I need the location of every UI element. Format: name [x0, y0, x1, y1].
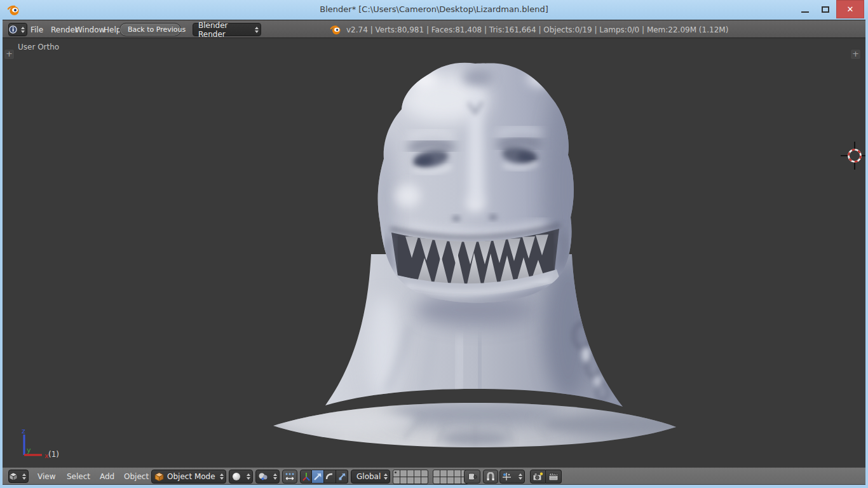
info-icon [9, 25, 17, 34]
menu-view[interactable]: View [34, 471, 58, 482]
view-name-label: User Ortho [18, 43, 59, 51]
minimize-button[interactable] [796, 0, 815, 18]
maximize-icon [822, 6, 829, 13]
layer-cell[interactable] [447, 470, 454, 477]
toolshelf-expand-button[interactable]: + [4, 49, 15, 60]
editor-type-selector[interactable] [8, 23, 27, 36]
clapperboard-icon [548, 472, 559, 482]
titlebar: Blender* [C:\Users\Cameron\Desktop\Lizar… [0, 0, 868, 20]
magnet-icon [486, 472, 495, 481]
layer-cell[interactable] [440, 470, 447, 477]
snap-toggle-button[interactable] [483, 470, 498, 484]
layer-cell[interactable] [454, 470, 461, 477]
window-title: Blender* [C:\Users\Cameron\Desktop\Lizar… [0, 4, 868, 14]
axis-mini-gizmo: z y x [11, 427, 52, 464]
render-engine-label: Blender Render [198, 21, 255, 39]
scale-manipulator-button[interactable] [336, 470, 348, 484]
close-icon: ✕ [847, 4, 854, 14]
blender-window: Blender* [C:\Users\Cameron\Desktop\Lizar… [0, 0, 868, 488]
manipulator-group [300, 470, 348, 484]
layer-cell[interactable] [400, 477, 407, 484]
layer-cell[interactable] [440, 477, 447, 484]
layer-cell[interactable] [393, 477, 400, 484]
manipulate-center-points-toggle[interactable] [282, 470, 297, 484]
maximize-button[interactable] [816, 0, 835, 18]
cube-icon [9, 472, 18, 481]
close-button[interactable]: ✕ [836, 0, 864, 18]
pivot-point-icon [258, 472, 268, 481]
layer-cell[interactable] [393, 470, 400, 477]
rotate-manipulator-button[interactable] [324, 470, 336, 484]
layer-cell[interactable] [433, 477, 440, 484]
scale-arrow-icon [337, 472, 346, 481]
editor-type-selector-3d[interactable] [8, 470, 29, 483]
dropdown-arrows-icon [247, 473, 250, 480]
blender-logo-icon [329, 24, 341, 36]
sphere-icon [232, 472, 241, 481]
3d-cursor [841, 142, 865, 170]
rotate-arc-icon [325, 472, 334, 481]
axis-y-label: y [27, 446, 31, 454]
active-layer-label: (1) [48, 450, 59, 459]
layer-cell[interactable] [447, 477, 454, 484]
translate-manipulator-button[interactable] [312, 470, 324, 484]
menu-file[interactable]: File [27, 24, 46, 36]
layer-cell[interactable] [421, 470, 428, 477]
layer-cell[interactable] [400, 470, 407, 477]
axis-z-label: z [22, 427, 25, 435]
dropdown-arrows-icon [384, 473, 388, 480]
dropdown-arrows-icon [273, 473, 277, 480]
dropdown-arrows-icon [21, 27, 25, 33]
back-to-previous-label: Back to Previous [128, 25, 186, 34]
layer-cell[interactable] [454, 477, 461, 484]
center-points-icon [285, 472, 295, 481]
object-mode-cube-icon [154, 472, 164, 482]
orientation-label: Global [356, 472, 381, 481]
dropdown-arrows-icon [22, 473, 26, 480]
manipulator-toggle-button[interactable] [300, 470, 312, 484]
opengl-render-animation-button[interactable] [546, 470, 562, 484]
back-to-previous-button[interactable]: Back to Previous [119, 23, 181, 36]
minimize-icon [801, 11, 809, 13]
3d-view-header: View Select Add Object Object Mode [3, 467, 865, 485]
layer-group-1 [393, 470, 428, 484]
dropdown-arrows-icon [220, 473, 224, 480]
3d-viewport[interactable]: User Ortho + + z y x (1) [3, 38, 865, 467]
menu-select[interactable]: Select [64, 471, 93, 482]
layer-cell[interactable] [414, 477, 421, 484]
properties-expand-button[interactable]: + [850, 49, 861, 60]
layer-cell[interactable] [407, 477, 414, 484]
snap-element-dropdown[interactable] [499, 470, 525, 484]
translate-arrow-icon [313, 472, 322, 481]
layers-widget [393, 470, 468, 484]
scene-lock-button[interactable] [464, 470, 480, 484]
snap-increment-icon [502, 472, 512, 481]
layer-cell[interactable] [407, 470, 414, 477]
render-engine-dropdown[interactable]: Blender Render [193, 23, 261, 36]
mode-label: Object Mode [167, 472, 215, 481]
axis-icon [302, 472, 311, 481]
camera-icon [532, 472, 543, 482]
menu-object[interactable]: Object [121, 471, 152, 482]
scene-stats: v2.74 | Verts:80,981 | Faces:81,408 | Tr… [346, 25, 728, 34]
layer-group-2 [433, 470, 468, 484]
dropdown-arrows-icon [519, 473, 522, 480]
opengl-render-image-button[interactable] [530, 470, 546, 484]
opengl-render-group [530, 470, 562, 484]
dropdown-arrows-icon [255, 27, 259, 33]
info-editor-header: File Render Window Help Back to Previous… [3, 20, 865, 38]
menu-add[interactable]: Add [97, 471, 118, 482]
transform-orientation-dropdown[interactable]: Global [351, 470, 390, 484]
lizardman-model[interactable] [3, 38, 865, 467]
pivot-point-dropdown[interactable] [255, 470, 280, 484]
scene-lock-icon [468, 472, 477, 481]
layer-cell[interactable] [421, 477, 428, 484]
layer-cell[interactable] [414, 470, 421, 477]
viewport-shading-dropdown[interactable] [229, 470, 253, 484]
mode-dropdown[interactable]: Object Mode [151, 470, 226, 484]
layer-cell[interactable] [433, 470, 440, 477]
